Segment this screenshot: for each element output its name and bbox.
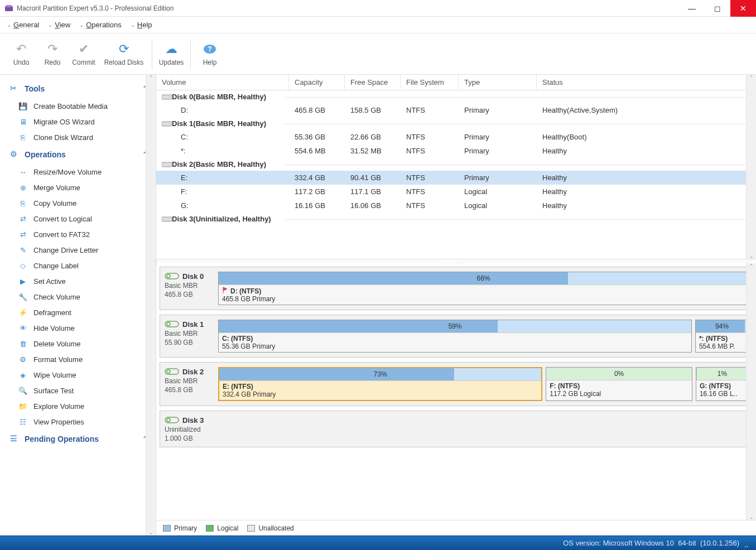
disk-card: Disk 3 Uninitialized 1.000 GB bbox=[160, 411, 754, 447]
disk-name: Disk 1 bbox=[182, 320, 204, 329]
close-button[interactable]: ✕ bbox=[730, 0, 756, 17]
sidebar-item[interactable]: ◇Change Label bbox=[2, 258, 156, 273]
sidebar-item[interactable]: ▶Set Active bbox=[2, 273, 156, 289]
sidebar-item[interactable]: 🖥Migrate OS Wizard bbox=[2, 114, 156, 129]
commit-button[interactable]: ✔Commit bbox=[68, 40, 99, 69]
sidebar-item[interactable]: ↔Resize/Move Volume bbox=[2, 164, 156, 180]
table-row[interactable]: *: 554.6 MB 31.52 MB NTFS Primary Health… bbox=[156, 144, 756, 158]
disk-size: 55.90 GB bbox=[165, 339, 214, 346]
cell-status: Healthy bbox=[537, 172, 756, 183]
cell-fs: NTFS bbox=[401, 146, 459, 156]
menu-help[interactable]: ⌄Help bbox=[128, 20, 155, 30]
disk-group-header[interactable]: Disk 1(Basic MBR, Healthy) bbox=[156, 117, 756, 130]
partition[interactable]: 1% G: (NTFS)16.16 GB L.. bbox=[696, 367, 749, 401]
sidebar-item[interactable]: ⇄Convert to FAT32 bbox=[2, 226, 156, 242]
undo-button[interactable]: ↶Undo bbox=[6, 40, 37, 69]
sidebar-section-tools[interactable]: ✂Tools ⌃ bbox=[2, 79, 156, 98]
table-row[interactable]: G: 16.16 GB 16.06 GB NTFS Logical Health… bbox=[156, 199, 756, 213]
chevron-down-icon: ⌄ bbox=[48, 22, 52, 28]
menu-view[interactable]: ⌄View bbox=[46, 20, 73, 30]
os-version: OS version: Microsoft Windows 10 64-bit … bbox=[563, 539, 739, 547]
disk-info: Disk 2 Basic MBR 465.8 GB bbox=[165, 367, 214, 401]
legend: Primary Logical Unallocated bbox=[156, 520, 756, 535]
sidebar-item[interactable]: ⊕Merge Volume bbox=[2, 180, 156, 195]
sidebar-section-pending[interactable]: ☰Pending Operations ⌃ bbox=[2, 430, 156, 448]
table-row[interactable]: D: 465.8 GB 158.5 GB NTFS Primary Health… bbox=[156, 103, 756, 117]
sidebar-item[interactable]: 🗑Delete Volume bbox=[2, 336, 156, 351]
sidebar-item[interactable]: ◈Wipe Volume bbox=[2, 367, 156, 383]
operation-icon: ⚡ bbox=[18, 308, 28, 317]
reload-disks-button[interactable]: ⟳Reload Disks bbox=[99, 40, 148, 69]
sidebar-item[interactable]: ⚙Format Volume bbox=[2, 351, 156, 367]
col-type[interactable]: Type bbox=[459, 75, 537, 90]
help-button[interactable]: ?Help bbox=[194, 40, 225, 69]
table-row[interactable]: C: 55.36 GB 22.66 GB NTFS Primary Health… bbox=[156, 130, 756, 144]
sidebar-scrollbar[interactable]: ⌃⌄ bbox=[146, 75, 156, 535]
sidebar-item[interactable]: ⎘Copy Volume bbox=[2, 195, 156, 211]
operation-icon: ⇄ bbox=[18, 214, 28, 223]
sidebar-item[interactable]: ⇄Convert to Logical bbox=[2, 211, 156, 226]
operation-icon: ▶ bbox=[18, 277, 28, 286]
partition-pct: 94% bbox=[715, 322, 729, 330]
partition[interactable]: 94% *: (NTFS)554.6 MB P. bbox=[695, 320, 749, 353]
maximize-button[interactable]: ◻ bbox=[705, 0, 730, 17]
operation-icon: ◈ bbox=[18, 370, 28, 379]
toolbar: ↶Undo ↷Redo ✔Commit ⟳Reload Disks ☁Updat… bbox=[0, 33, 756, 75]
list-icon: ☰ bbox=[10, 434, 20, 444]
sidebar-item[interactable]: 📁Explore Volume bbox=[2, 398, 156, 414]
disk-name: Disk 2 bbox=[182, 368, 204, 376]
operation-icon: ◇ bbox=[18, 261, 28, 270]
disk-group-header[interactable]: Disk 3(Uninitialized, Healthy) bbox=[156, 213, 756, 225]
col-fs[interactable]: File System bbox=[401, 75, 459, 90]
sidebar-item[interactable]: ⎘Clone Disk Wizard bbox=[2, 129, 156, 145]
help-icon: ? bbox=[203, 42, 217, 56]
cell-type: Primary bbox=[459, 132, 537, 142]
minimize-button[interactable]: — bbox=[679, 0, 705, 17]
disk-header-label: Disk 3(Uninitialized, Healthy) bbox=[172, 215, 271, 223]
col-capacity[interactable]: Capacity bbox=[289, 75, 345, 90]
svg-rect-7 bbox=[162, 217, 172, 221]
sidebar-item[interactable]: ✎Change Drive Letter bbox=[2, 242, 156, 258]
disk-group-header[interactable]: Disk 2(Basic MBR, Healthy) bbox=[156, 158, 756, 171]
partition-usage-bar: 73% bbox=[219, 368, 541, 380]
sidebar-item[interactable]: 🔍Surface Test bbox=[2, 383, 156, 398]
tool-icon: 💾 bbox=[18, 102, 28, 110]
sidebar-item[interactable]: 👁Hide Volume bbox=[2, 320, 156, 336]
table-row[interactable]: E: 332.4 GB 90.41 GB NTFS Primary Health… bbox=[156, 171, 756, 185]
partition-label: C: (NTFS)55.36 GB Primary bbox=[219, 332, 691, 352]
splitter[interactable]: ⋮ . . . . bbox=[156, 259, 756, 263]
col-volume[interactable]: Volume bbox=[156, 75, 289, 90]
partition[interactable]: 59% C: (NTFS)55.36 GB Primary bbox=[218, 320, 692, 353]
sidebar-section-operations[interactable]: ⚙Operations ⌃ bbox=[2, 145, 156, 164]
disk-group-header[interactable]: Disk 0(Basic MBR, Healthy) bbox=[156, 90, 756, 103]
titlebar: Macrorit Partition Expert v5.3.0 - Profe… bbox=[0, 0, 756, 17]
sidebar-item[interactable]: 💾Create Bootable Media bbox=[2, 98, 156, 114]
partition-pct: 0% bbox=[614, 370, 624, 378]
cell-volume: G: bbox=[156, 200, 289, 211]
partition[interactable]: 73% E: (NTFS)332.4 GB Primary bbox=[218, 367, 542, 401]
partition-usage-bar: 1% bbox=[696, 368, 748, 380]
cell-status: Healthy bbox=[537, 200, 756, 211]
menu-general[interactable]: ⌄General bbox=[4, 20, 41, 30]
updates-button[interactable]: ☁Updates bbox=[156, 40, 187, 69]
table-scrollbar[interactable]: ⌃⌄ bbox=[746, 75, 756, 259]
sidebar-item[interactable]: 🔧Check Volume bbox=[2, 289, 156, 305]
redo-button[interactable]: ↷Redo bbox=[37, 40, 68, 69]
cell-free: 16.06 GB bbox=[345, 200, 401, 211]
sidebar-item-label: Convert to Logical bbox=[33, 215, 92, 223]
table-row[interactable]: F: 117.2 GB 117.1 GB NTFS Logical Health… bbox=[156, 185, 756, 199]
legend-primary: Primary bbox=[163, 524, 197, 532]
svg-point-11 bbox=[167, 322, 170, 326]
col-status[interactable]: Status bbox=[537, 75, 756, 90]
diskmap-scrollbar[interactable]: ⌃⌄ bbox=[746, 263, 756, 520]
resize-grip-icon[interactable]: ⣀ bbox=[744, 539, 749, 547]
sidebar-item[interactable]: ⚡Defragment bbox=[2, 305, 156, 320]
disk-size: 465.8 GB bbox=[165, 386, 214, 394]
operation-icon: ⚙ bbox=[18, 355, 28, 364]
partition[interactable]: 66% D: (NTFS)465.8 GB Primary bbox=[218, 272, 749, 305]
menu-operations[interactable]: ⌄Operations bbox=[77, 20, 124, 30]
col-free[interactable]: Free Space bbox=[345, 75, 401, 90]
sidebar-item[interactable]: ☷View Properties bbox=[2, 414, 156, 430]
sidebar-item-label: Resize/Move Volume bbox=[33, 168, 102, 176]
partition[interactable]: 0% F: (NTFS)117.2 GB Logical bbox=[546, 367, 692, 401]
